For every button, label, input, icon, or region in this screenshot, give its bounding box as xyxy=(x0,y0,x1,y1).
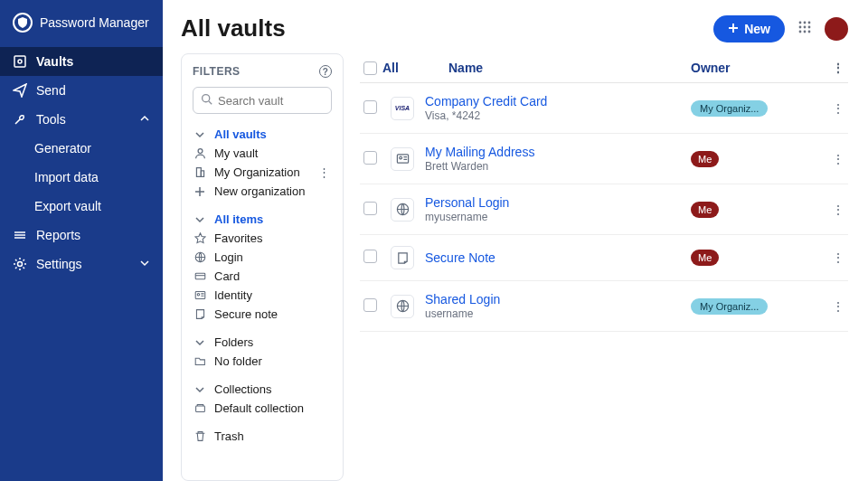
sidebar-item-reports[interactable]: Reports xyxy=(0,221,163,250)
owner-badge: Me xyxy=(691,151,719,167)
filter-my-vault[interactable]: My vault xyxy=(193,144,332,163)
row-checkbox[interactable] xyxy=(363,100,377,114)
filter-default-collection[interactable]: Default collection xyxy=(193,399,332,418)
svg-point-13 xyxy=(198,149,203,154)
table-row: Personal Login myusername Me ⋮ xyxy=(360,184,848,235)
note-icon xyxy=(391,246,414,269)
filter-login[interactable]: Login xyxy=(193,248,332,267)
filter-all-items[interactable]: All items xyxy=(193,210,332,229)
sidebar-item-settings[interactable]: Settings xyxy=(0,250,163,278)
sidebar-item-label: Reports xyxy=(36,228,80,242)
identity-icon xyxy=(391,147,414,171)
item-title[interactable]: Secure Note xyxy=(425,250,691,265)
item-subtitle: Visa, *4242 xyxy=(425,109,691,122)
filter-all-vaults[interactable]: All vaults xyxy=(193,125,332,144)
filter-identity[interactable]: Identity xyxy=(193,286,332,305)
org-more-icon[interactable]: ⋮ xyxy=(318,165,330,179)
star-icon xyxy=(194,232,207,244)
filter-card[interactable]: Card xyxy=(193,267,332,286)
svg-point-1 xyxy=(18,60,22,63)
sidebar-item-vaults[interactable]: Vaults xyxy=(0,47,163,76)
item-title[interactable]: Personal Login xyxy=(425,195,691,210)
select-all-checkbox[interactable] xyxy=(363,61,377,75)
filter-folders-head[interactable]: Folders xyxy=(193,333,332,352)
svg-point-12 xyxy=(203,95,210,102)
svg-point-3 xyxy=(799,22,802,24)
item-subtitle: myusername xyxy=(425,211,691,223)
owner-badge: Me xyxy=(691,250,719,266)
org-icon xyxy=(194,166,207,178)
sidebar-item-label: Vaults xyxy=(36,54,73,69)
table-row: Secure Note Me ⋮ xyxy=(360,235,848,281)
svg-rect-20 xyxy=(196,406,205,412)
svg-rect-15 xyxy=(201,171,203,177)
row-checkbox[interactable] xyxy=(363,202,377,215)
sidebar-item-generator[interactable]: Generator xyxy=(0,134,163,163)
svg-rect-17 xyxy=(195,273,205,279)
filter-favorites[interactable]: Favorites xyxy=(193,229,332,248)
svg-point-8 xyxy=(808,26,811,29)
column-all: All xyxy=(382,61,399,75)
row-checkbox[interactable] xyxy=(363,151,377,165)
row-more-icon[interactable]: ⋮ xyxy=(832,152,844,166)
sidebar-item-tools[interactable]: Tools xyxy=(0,105,163,134)
search-input[interactable] xyxy=(218,94,324,108)
card-icon xyxy=(194,270,207,282)
new-button[interactable]: New xyxy=(713,15,785,42)
sidebar-item-export-vault[interactable]: Export vault xyxy=(0,192,163,221)
chevron-down-icon xyxy=(194,129,207,140)
item-title[interactable]: Shared Login xyxy=(425,292,691,307)
sidebar-item-send[interactable]: Send xyxy=(0,76,163,105)
svg-rect-21 xyxy=(397,155,408,163)
row-checkbox[interactable] xyxy=(363,250,377,263)
brand-logo: Password Manager xyxy=(0,0,163,42)
svg-point-6 xyxy=(799,26,802,29)
filters-heading: FILTERS xyxy=(193,65,241,78)
filter-secure-note[interactable]: Secure note xyxy=(193,305,332,324)
chevron-down-icon xyxy=(194,214,207,225)
safe-icon xyxy=(13,54,27,69)
chevron-down-icon xyxy=(194,384,207,395)
visa-icon: VISA xyxy=(391,97,414,120)
row-more-icon[interactable]: ⋮ xyxy=(832,299,844,314)
apps-grid-icon[interactable] xyxy=(797,20,812,37)
sidebar-item-import-data[interactable]: Import data xyxy=(0,163,163,192)
shield-icon xyxy=(13,13,33,33)
globe-icon xyxy=(391,198,414,222)
item-title[interactable]: Company Credit Card xyxy=(425,94,691,108)
row-more-icon[interactable]: ⋮ xyxy=(832,250,844,265)
items-table: All Name Owner ⋮ VISA Company Credit Car… xyxy=(360,53,848,481)
table-row: My Mailing Address Brett Warden Me ⋮ xyxy=(360,134,848,184)
help-icon[interactable]: ? xyxy=(319,65,332,78)
filter-no-folder[interactable]: No folder xyxy=(193,352,332,371)
search-input-wrapper[interactable] xyxy=(193,87,332,114)
globe-icon xyxy=(391,295,414,318)
row-more-icon[interactable]: ⋮ xyxy=(832,203,844,217)
row-checkbox[interactable] xyxy=(363,298,377,312)
chevron-up-icon xyxy=(139,112,150,127)
filter-my-organization[interactable]: My Organization ⋮ xyxy=(193,163,332,182)
header-more-icon[interactable]: ⋮ xyxy=(832,61,844,75)
folder-icon xyxy=(194,355,207,367)
svg-rect-14 xyxy=(196,168,201,177)
chevron-down-icon xyxy=(194,337,207,348)
filter-new-organization[interactable]: New organization xyxy=(193,182,332,201)
item-title[interactable]: My Mailing Address xyxy=(425,145,691,159)
person-icon xyxy=(194,147,207,159)
owner-badge: My Organiz... xyxy=(691,100,768,117)
brand-name: Password Manager xyxy=(40,15,149,30)
filter-collections-head[interactable]: Collections xyxy=(193,380,332,399)
row-more-icon[interactable]: ⋮ xyxy=(832,101,844,116)
reports-icon xyxy=(13,228,27,242)
filters-panel: FILTERS ? All vaults My vault xyxy=(181,53,344,481)
avatar[interactable] xyxy=(825,17,848,41)
new-button-label: New xyxy=(744,22,770,36)
filter-trash[interactable]: Trash xyxy=(193,427,332,446)
plus-icon xyxy=(728,22,739,36)
svg-point-10 xyxy=(804,31,807,33)
globe-icon xyxy=(194,251,207,263)
gear-icon xyxy=(13,257,27,271)
svg-point-5 xyxy=(808,22,811,24)
sidebar: Password Manager Vaults Send Tools Gener… xyxy=(0,0,163,481)
collection-icon xyxy=(194,402,207,414)
